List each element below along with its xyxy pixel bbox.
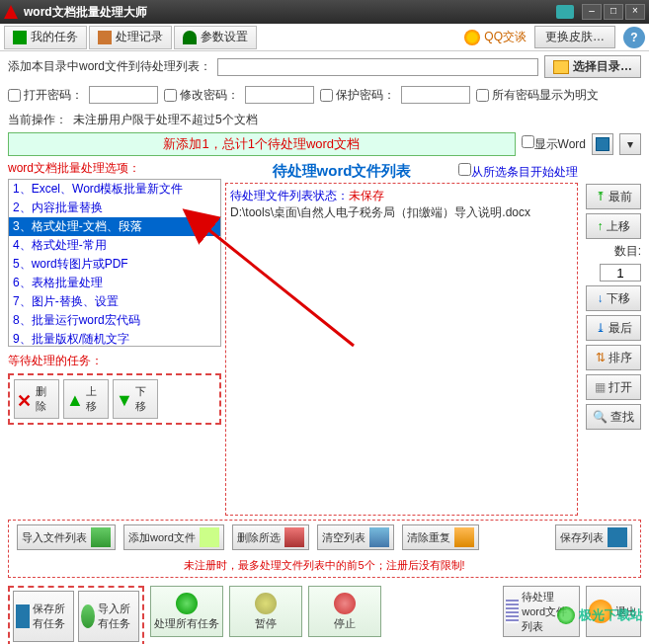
pending-down-button[interactable]: ▼下移 (113, 379, 158, 419)
import-all-tasks-button[interactable]: 导入所有任务 (78, 591, 139, 642)
curop-label: 当前操作： (8, 112, 67, 128)
list-icon (506, 600, 519, 623)
stop-icon (334, 593, 356, 614)
save-icon-button[interactable] (592, 133, 613, 155)
maximize-button[interactable]: □ (604, 4, 623, 20)
search-icon: 🔍 (593, 410, 608, 424)
delete-sel-button[interactable]: 删除所选 (232, 524, 309, 550)
option-item[interactable]: 5、word转图片或PDF (9, 255, 220, 274)
pause-button[interactable]: 暂停 (229, 586, 302, 637)
add-icon (200, 527, 219, 547)
minimize-button[interactable]: – (582, 4, 602, 20)
top-icon: ⤒ (596, 190, 606, 203)
open-pwd-check[interactable]: 打开密码： (8, 87, 83, 104)
sort-button[interactable]: ⇅排序 (586, 345, 641, 370)
tab-my-tasks[interactable]: 我的任务 (4, 26, 87, 49)
add-dir-label: 添加本目录中word文件到待处理列表： (8, 58, 211, 75)
plain-pwd-check[interactable]: 所有密码显示为明文 (476, 87, 599, 104)
option-item[interactable]: 2、内容批量替换 (9, 199, 220, 217)
import-icon (91, 527, 111, 547)
change-skin-button[interactable]: 更换皮肤… (534, 26, 615, 48)
move-up-button[interactable]: ↑上移 (586, 213, 641, 239)
add-word-button[interactable]: 添加word文件 (123, 524, 224, 550)
tree-icon (183, 31, 197, 44)
open-button[interactable]: ▦打开 (586, 374, 641, 400)
tab-params[interactable]: 参数设置 (174, 26, 257, 49)
limit-warning: 未注册时，最多处理文件列表中的前5个；注册后没有限制! (17, 558, 632, 573)
close-button[interactable]: × (625, 4, 645, 20)
disk-icon (16, 604, 30, 628)
dedup-button[interactable]: 清除重复 (402, 524, 479, 550)
option-item[interactable]: 7、图片-替换、设置 (9, 292, 220, 311)
dir-input[interactable] (217, 58, 538, 76)
grid-icon: ▦ (595, 380, 606, 394)
x-icon: ✕ (17, 390, 34, 408)
search-button[interactable]: 🔍查找 (586, 404, 641, 430)
options-list: 1、Excel、Word模板批量新文件2、内容批量替换3、格式处理-文档、段落4… (8, 179, 221, 347)
stop-button[interactable]: 停止 (308, 586, 381, 637)
move-bottom-button[interactable]: ⤓最后 (586, 315, 641, 341)
choose-dir-button[interactable]: 选择目录… (544, 55, 641, 78)
briefcase-icon (98, 31, 112, 44)
disk-icon (596, 137, 609, 151)
delete-icon (284, 527, 304, 547)
move-top-button[interactable]: ⤒最前 (586, 184, 641, 209)
save-all-tasks-button[interactable]: 保存所有任务 (13, 591, 74, 642)
run-all-button[interactable]: 处理所有任务 (150, 586, 223, 637)
clear-list-button[interactable]: 清空列表 (317, 524, 394, 550)
app-logo-icon (4, 5, 18, 19)
file-list-panel: 待处理文件列表状态：未保存 D:\tools\桌面\自然人电子税务局（扣缴端）导… (225, 183, 578, 516)
status-message: 新添加1，总计1个待处理word文档 (8, 132, 516, 156)
open-pwd-input[interactable] (89, 86, 158, 104)
prot-pwd-input[interactable] (401, 86, 470, 104)
move-down-button[interactable]: ↓下移 (586, 285, 641, 311)
folder-icon (553, 60, 569, 74)
pending-title: 等待处理的任务： (8, 353, 221, 369)
pending-up-button[interactable]: ▲上移 (63, 379, 109, 419)
window-title: word文档批量处理大师 (24, 4, 556, 21)
save-list-button[interactable]: 保存列表 (555, 524, 632, 550)
download-icon (81, 604, 95, 628)
option-item[interactable]: 4、格式处理-常用 (9, 236, 220, 255)
arrow-down-icon: ▼ (116, 390, 133, 408)
redo-icon (454, 527, 474, 547)
options-title: word文档批量处理选项： (8, 160, 221, 177)
dropdown-button[interactable]: ▾ (619, 133, 641, 155)
arrow-up-icon: ▲ (66, 390, 84, 408)
pending-delete-button[interactable]: ✕删除 (14, 379, 59, 419)
filelist-title: 待处理word文件列表 (225, 160, 458, 183)
count-input[interactable] (600, 264, 641, 282)
watermark-icon (557, 606, 575, 624)
watermark: 极光下载站 (557, 606, 643, 624)
play-icon (176, 593, 198, 614)
mod-pwd-input[interactable] (245, 86, 314, 104)
mod-pwd-check[interactable]: 修改密码： (164, 87, 239, 104)
from-sel-check[interactable]: 从所选条目开始处理 (458, 163, 578, 181)
file-item[interactable]: D:\tools\桌面\自然人电子税务局（扣缴端）导入说明.docx (230, 204, 573, 221)
disk-icon (608, 527, 627, 547)
option-item[interactable]: 6、表格批量处理 (9, 274, 220, 292)
arrow-up-icon: ↑ (598, 219, 604, 233)
titlebar-decor (556, 5, 574, 19)
tab-history[interactable]: 处理记录 (89, 26, 172, 49)
bottom-icon: ⤓ (596, 321, 606, 335)
qq-icon (464, 30, 480, 45)
play-icon (13, 31, 27, 44)
arrow-down-icon: ↓ (598, 291, 604, 305)
show-word-check[interactable]: 显示Word (522, 135, 586, 153)
clear-icon (369, 527, 389, 547)
curop-value: 未注册用户限于处理不超过5个文档 (73, 112, 258, 128)
option-item[interactable]: 9、批量版权/随机文字 (9, 330, 220, 347)
qq-chat-link[interactable]: QQ交谈 (464, 29, 527, 45)
sort-icon: ⇅ (596, 351, 606, 364)
import-list-button[interactable]: 导入文件列表 (17, 524, 116, 550)
prot-pwd-check[interactable]: 保护密码： (320, 87, 395, 104)
help-button[interactable]: ? (623, 27, 645, 48)
count-label: 数目: (614, 243, 641, 260)
option-item[interactable]: 1、Excel、Word模板批量新文件 (9, 180, 220, 199)
option-item[interactable]: 8、批量运行word宏代码 (9, 311, 220, 330)
pause-icon (255, 593, 277, 614)
option-item[interactable]: 3、格式处理-文档、段落 (9, 217, 220, 236)
